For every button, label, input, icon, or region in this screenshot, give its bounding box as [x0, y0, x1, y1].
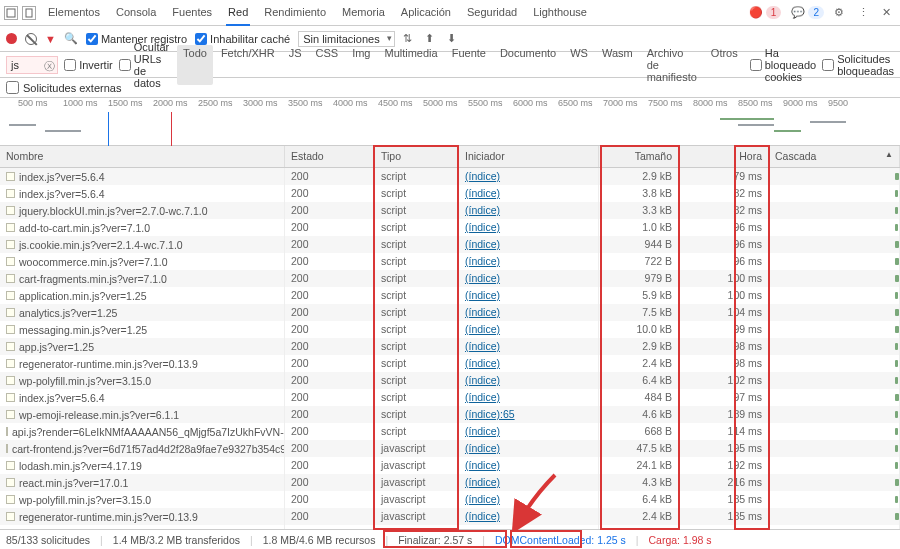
tab-elementos[interactable]: Elementos: [46, 0, 102, 26]
col-type[interactable]: Tipo: [375, 146, 459, 167]
table-row[interactable]: wp-emoji-release.min.js?ver=6.1.1200scri…: [0, 406, 900, 423]
table-row[interactable]: app.js?ver=1.25200script(índice)2.9 kB98…: [0, 338, 900, 355]
tab-aplicación[interactable]: Aplicación: [399, 0, 453, 26]
table-row[interactable]: wp-polyfill.min.js?ver=3.15.0200script(í…: [0, 372, 900, 389]
cell-size: 944 B: [599, 236, 679, 253]
timeline-tick: 6500 ms: [558, 98, 593, 108]
throttling-select[interactable]: Sin limitaciones: [298, 31, 394, 47]
table-row[interactable]: cart-fragments.min.js?ver=7.1.0200script…: [0, 270, 900, 287]
record-button[interactable]: [6, 33, 17, 44]
blocked-cookies-checkbox[interactable]: Ha bloqueado cookies: [750, 47, 816, 83]
table-row[interactable]: add-to-cart.min.js?ver=7.1.0200script(ín…: [0, 219, 900, 236]
cell-initiator: (índice): [459, 508, 599, 525]
tab-lighthouse[interactable]: Lighthouse: [531, 0, 589, 26]
cell-initiator: (índice): [459, 270, 599, 287]
col-size[interactable]: Tamaño: [599, 146, 679, 167]
messages-badge[interactable]: 💬 2: [791, 6, 824, 19]
timeline-tick: 6000 ms: [513, 98, 548, 108]
cell-type: script: [375, 219, 459, 236]
invert-checkbox[interactable]: Invertir: [64, 59, 113, 71]
cell-name: add-to-cart.min.js?ver=7.1.0: [0, 219, 285, 236]
script-icon: [6, 512, 15, 521]
col-name[interactable]: Nombre: [0, 146, 285, 167]
blocked-requests-checkbox[interactable]: Solicitudes bloqueadas: [822, 53, 894, 77]
table-row[interactable]: application.min.js?ver=1.25200script(índ…: [0, 287, 900, 304]
search-icon[interactable]: 🔍: [64, 32, 78, 46]
tab-seguridad[interactable]: Seguridad: [465, 0, 519, 26]
filter-type-fetchxhr[interactable]: Fetch/XHR: [215, 45, 281, 85]
timeline-tick: 9000 ms: [783, 98, 818, 108]
cell-initiator: (índice): [459, 219, 599, 236]
external-requests-checkbox[interactable]: [6, 81, 19, 94]
table-row[interactable]: analytics.js?ver=1.25200script(índice)7.…: [0, 304, 900, 321]
cell-time: 189 ms: [679, 406, 769, 423]
table-row[interactable]: react.min.js?ver=17.0.1200javascript(índ…: [0, 474, 900, 491]
table-row[interactable]: regenerator-runtime.min.js?ver=0.13.9200…: [0, 508, 900, 525]
table-row[interactable]: jquery.blockUI.min.js?ver=2.7.0-wc.7.1.0…: [0, 202, 900, 219]
close-icon[interactable]: ✕: [882, 6, 896, 20]
timeline-overview[interactable]: 500 ms1000 ms1500 ms2000 ms2500 ms3000 m…: [0, 98, 900, 146]
table-row[interactable]: wp-polyfill.min.js?ver=3.15.0200javascri…: [0, 491, 900, 508]
filter-type-ws[interactable]: WS: [564, 45, 594, 85]
table-row[interactable]: index.js?ver=5.6.4200script(índice)484 B…: [0, 389, 900, 406]
cell-status: 200: [285, 457, 375, 474]
cell-status: 200: [285, 338, 375, 355]
filter-type-multimedia[interactable]: Multimedia: [378, 45, 443, 85]
tab-memoria[interactable]: Memoria: [340, 0, 387, 26]
filter-type-css[interactable]: CSS: [310, 45, 345, 85]
cell-waterfall: [769, 440, 900, 457]
device-icon[interactable]: [22, 6, 36, 20]
clear-filter-icon[interactable]: ⓧ: [44, 59, 55, 74]
tab-red[interactable]: Red: [226, 0, 250, 26]
cell-initiator: (índice): [459, 457, 599, 474]
cell-time: 98 ms: [679, 355, 769, 372]
table-row[interactable]: woocommerce.min.js?ver=7.1.0200script(ín…: [0, 253, 900, 270]
cell-time: 98 ms: [679, 338, 769, 355]
stat-requests: 85/133 solicitudes: [6, 534, 90, 546]
filter-icon[interactable]: ▼: [45, 33, 56, 45]
clear-button[interactable]: [25, 33, 37, 45]
cell-name: application.min.js?ver=1.25: [0, 287, 285, 304]
cell-time: 104 ms: [679, 304, 769, 321]
filter-type-js[interactable]: JS: [283, 45, 308, 85]
table-row[interactable]: js.cookie.min.js?ver=2.1.4-wc.7.1.0200sc…: [0, 236, 900, 253]
table-row[interactable]: api.js?render=6LeIkNMfAAAAAN56_qMjgf5a7I…: [0, 423, 900, 440]
col-time[interactable]: Hora: [679, 146, 769, 167]
inspect-icon[interactable]: [4, 6, 18, 20]
table-row[interactable]: lodash.min.js?ver=4.17.19200javascript(í…: [0, 457, 900, 474]
disable-cache-checkbox[interactable]: Inhabilitar caché: [195, 33, 290, 45]
cell-status: 200: [285, 219, 375, 236]
filter-type-fuente[interactable]: Fuente: [446, 45, 492, 85]
table-row[interactable]: index.js?ver=5.6.4200script(índice)3.8 k…: [0, 185, 900, 202]
wifi-icon[interactable]: ⇅: [403, 32, 417, 46]
cell-status: 200: [285, 253, 375, 270]
error-badge[interactable]: 🔴 1: [749, 6, 782, 19]
col-waterfall[interactable]: Cascada ▲: [769, 146, 900, 167]
table-row[interactable]: index.js?ver=5.6.4200script(índice)2.9 k…: [0, 168, 900, 185]
gear-icon[interactable]: ⚙: [834, 6, 848, 20]
col-status[interactable]: Estado: [285, 146, 375, 167]
filter-type-documento[interactable]: Documento: [494, 45, 562, 85]
filter-type-otros[interactable]: Otros: [705, 45, 744, 85]
filter-type-archivodemanifiesto[interactable]: Archivo de manifiesto: [641, 45, 703, 85]
tab-consola[interactable]: Consola: [114, 0, 158, 26]
filter-input[interactable]: js ⓧ: [6, 56, 58, 74]
table-row[interactable]: cart-frontend.js?ver=6d71f57ad4d2f28a9fa…: [0, 440, 900, 457]
filter-type-wasm[interactable]: Wasm: [596, 45, 639, 85]
cell-name: lodash.min.js?ver=4.17.19: [0, 457, 285, 474]
cell-name: js.cookie.min.js?ver=2.1.4-wc.7.1.0: [0, 236, 285, 253]
cell-initiator: (índice): [459, 236, 599, 253]
tab-fuentes[interactable]: Fuentes: [170, 0, 214, 26]
download-icon[interactable]: ⬇: [447, 32, 461, 46]
table-row[interactable]: regenerator-runtime.min.js?ver=0.13.9200…: [0, 355, 900, 372]
tab-rendimiento[interactable]: Rendimiento: [262, 0, 328, 26]
hide-data-urls-checkbox[interactable]: Ocultar URLs de datos: [119, 41, 171, 89]
kebab-icon[interactable]: ⋮: [858, 6, 872, 20]
filter-type-img[interactable]: Img: [346, 45, 376, 85]
upload-icon[interactable]: ⬆: [425, 32, 439, 46]
timeline-tick: 2500 ms: [198, 98, 233, 108]
table-row[interactable]: messaging.min.js?ver=1.25200script(índic…: [0, 321, 900, 338]
cell-name: api.js?render=6LeIkNMfAAAAAN56_qMjgf5a7I…: [0, 423, 285, 440]
filter-type-todo[interactable]: Todo: [177, 45, 213, 85]
col-initiator[interactable]: Iniciador: [459, 146, 599, 167]
